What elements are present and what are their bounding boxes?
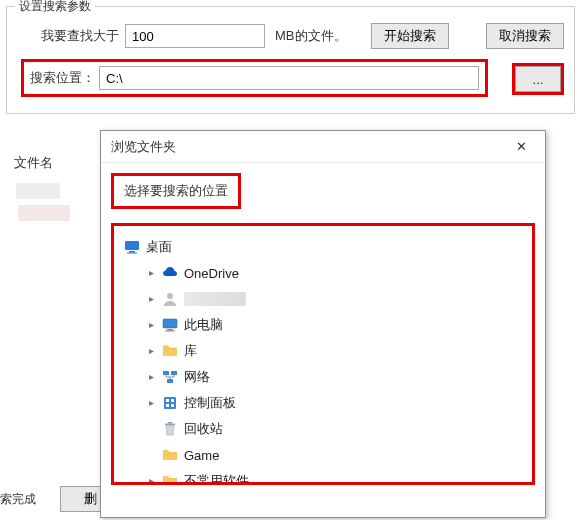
svg-rect-8 <box>171 371 177 375</box>
browse-highlight: ... <box>512 63 564 95</box>
tree-item-onedrive[interactable]: ▸ OneDrive <box>120 260 526 286</box>
browse-folder-dialog: 浏览文件夹 ✕ 选择要搜索的位置 桌面 ▸ OneDrive <box>100 130 546 518</box>
user-icon <box>162 291 178 307</box>
tree-node-label: 桌面 <box>146 238 172 256</box>
tree-node-label: 不常用软件 <box>184 472 249 485</box>
dialog-close-button[interactable]: ✕ <box>507 133 535 161</box>
svg-rect-4 <box>163 319 177 328</box>
size-input[interactable] <box>125 24 265 48</box>
browse-button[interactable]: ... <box>515 66 561 92</box>
browse-button-label: ... <box>533 72 544 87</box>
location-input[interactable] <box>99 66 479 90</box>
svg-rect-12 <box>171 399 174 402</box>
location-row: 搜索位置： <box>21 59 564 97</box>
expand-icon[interactable]: ▸ <box>146 398 156 408</box>
size-suffix: MB的文件。 <box>275 27 347 45</box>
search-params-panel: 设置搜索参数 我要查找大于 MB的文件。 开始搜索 取消搜索 搜索位置： ... <box>6 6 575 114</box>
location-highlight: 搜索位置： <box>21 59 488 97</box>
tree-item-blurred[interactable]: ▸ <box>120 286 526 312</box>
tree-item-game[interactable]: Game <box>120 442 526 468</box>
dialog-subtitle-wrap: 选择要搜索的位置 <box>111 173 545 209</box>
dialog-subtitle-highlight: 选择要搜索的位置 <box>111 173 241 209</box>
svg-rect-14 <box>171 404 174 407</box>
dialog-subtitle: 选择要搜索的位置 <box>124 183 228 198</box>
expand-icon[interactable]: ▸ <box>146 476 156 485</box>
tree-node-label: 此电脑 <box>184 316 223 334</box>
tree-node-label: 库 <box>184 342 197 360</box>
svg-rect-5 <box>167 329 173 331</box>
panel-title: 设置搜索参数 <box>15 0 95 15</box>
svg-point-3 <box>167 293 173 299</box>
recycle-bin-icon <box>162 421 178 437</box>
svg-rect-13 <box>166 404 169 407</box>
control-panel-icon <box>162 395 178 411</box>
tree-node-label: 回收站 <box>184 420 223 438</box>
tree-root-desktop[interactable]: 桌面 <box>120 234 526 260</box>
tree-node-label: 网络 <box>184 368 210 386</box>
start-search-button[interactable]: 开始搜索 <box>371 23 449 49</box>
size-label: 我要查找大于 <box>41 27 119 45</box>
expand-icon[interactable]: ▸ <box>146 346 156 356</box>
svg-rect-7 <box>163 371 169 375</box>
folder-icon <box>162 473 178 485</box>
svg-rect-6 <box>165 331 175 332</box>
tree-item-control-panel[interactable]: ▸ 控制面板 <box>120 390 526 416</box>
folder-icon <box>162 343 178 359</box>
tree-node-label: Game <box>184 448 219 463</box>
tree-node-label: OneDrive <box>184 266 239 281</box>
svg-rect-16 <box>168 422 172 424</box>
onedrive-icon <box>162 265 178 281</box>
status-text: 索完成 <box>0 491 36 508</box>
desktop-icon <box>124 239 140 255</box>
tree-node-label: 控制面板 <box>184 394 236 412</box>
pc-icon <box>162 317 178 333</box>
expand-icon[interactable]: ▸ <box>146 268 156 278</box>
expand-icon[interactable]: ▸ <box>146 320 156 330</box>
svg-rect-9 <box>167 379 173 383</box>
svg-rect-0 <box>125 241 139 250</box>
svg-rect-1 <box>129 251 135 253</box>
svg-rect-10 <box>164 397 176 409</box>
location-label: 搜索位置： <box>30 69 95 87</box>
tree-item-this-pc[interactable]: ▸ 此电脑 <box>120 312 526 338</box>
svg-rect-2 <box>127 253 137 254</box>
folder-icon <box>162 447 178 463</box>
expand-icon[interactable]: ▸ <box>146 294 156 304</box>
tree-item-recycle-bin[interactable]: 回收站 <box>120 416 526 442</box>
cancel-search-button[interactable]: 取消搜索 <box>486 23 564 49</box>
folder-tree: 桌面 ▸ OneDrive ▸ ▸ 此 <box>120 234 526 485</box>
expand-spacer <box>146 424 156 434</box>
tree-item-network[interactable]: ▸ 网络 <box>120 364 526 390</box>
close-icon: ✕ <box>516 139 527 154</box>
expand-icon[interactable]: ▸ <box>146 372 156 382</box>
tree-item-rare-software[interactable]: ▸ 不常用软件 <box>120 468 526 485</box>
tree-item-libraries[interactable]: ▸ 库 <box>120 338 526 364</box>
dialog-title: 浏览文件夹 <box>111 138 176 156</box>
expand-spacer <box>146 450 156 460</box>
dialog-titlebar: 浏览文件夹 ✕ <box>101 131 545 163</box>
blurred-label <box>184 292 246 306</box>
tree-highlight: 桌面 ▸ OneDrive ▸ ▸ 此 <box>111 223 535 485</box>
network-icon <box>162 369 178 385</box>
svg-rect-15 <box>165 424 175 426</box>
svg-rect-11 <box>166 399 169 402</box>
